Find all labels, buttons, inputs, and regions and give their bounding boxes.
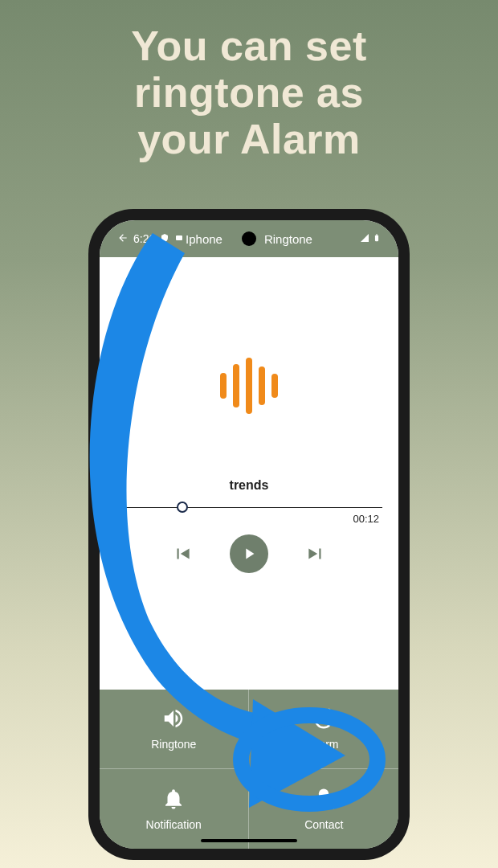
elapsed-time: 00:12	[116, 513, 382, 525]
status-bar: 6:26 IphoneRingtone	[100, 220, 398, 257]
contact-label: Contact	[304, 818, 343, 831]
progress-thumb[interactable]	[177, 502, 188, 513]
notification-button[interactable]: Notification	[100, 770, 249, 850]
camera-notch	[242, 231, 256, 246]
bell-icon	[161, 787, 186, 813]
battery-icon	[373, 232, 381, 246]
phone-screen: 6:26 IphoneRingtone	[100, 220, 398, 849]
next-button[interactable]	[305, 543, 326, 564]
player-area: trends 00:12	[100, 257, 398, 690]
notification-label: Notification	[146, 818, 202, 831]
home-indicator[interactable]	[201, 839, 297, 842]
volume-icon	[161, 706, 186, 733]
status-icon-shield	[160, 232, 169, 245]
hero-title: You can set ringtone as your Alarm	[0, 0, 498, 163]
back-arrow-icon[interactable]	[117, 232, 129, 246]
phone-frame: 6:26 IphoneRingtone	[88, 209, 410, 860]
person-icon	[312, 787, 336, 813]
contact-button[interactable]: Contact	[250, 770, 399, 850]
svg-rect-1	[375, 235, 378, 241]
alarm-button[interactable]: Alarm	[250, 690, 399, 769]
svg-rect-0	[176, 235, 182, 240]
alarm-label: Alarm	[309, 738, 339, 751]
svg-rect-2	[376, 234, 378, 235]
hero-line-1: You can set	[24, 23, 474, 69]
play-button[interactable]	[230, 534, 268, 573]
hero-line-3: your Alarm	[24, 116, 474, 162]
track-title: trends	[230, 478, 269, 493]
alarm-clock-icon	[312, 706, 336, 733]
hero-line-2: ringtone as	[24, 69, 474, 116]
status-time: 6:26	[133, 232, 155, 245]
waveform-icon	[220, 358, 278, 414]
ringtone-label: Ringtone	[151, 738, 196, 751]
action-grid: Ringtone Alarm Notification Contact	[100, 690, 398, 849]
previous-button[interactable]	[172, 543, 193, 564]
signal-icon	[359, 232, 370, 245]
status-icon-card	[174, 232, 184, 245]
ringtone-button[interactable]: Ringtone	[100, 690, 249, 769]
progress-slider[interactable]	[116, 507, 382, 508]
